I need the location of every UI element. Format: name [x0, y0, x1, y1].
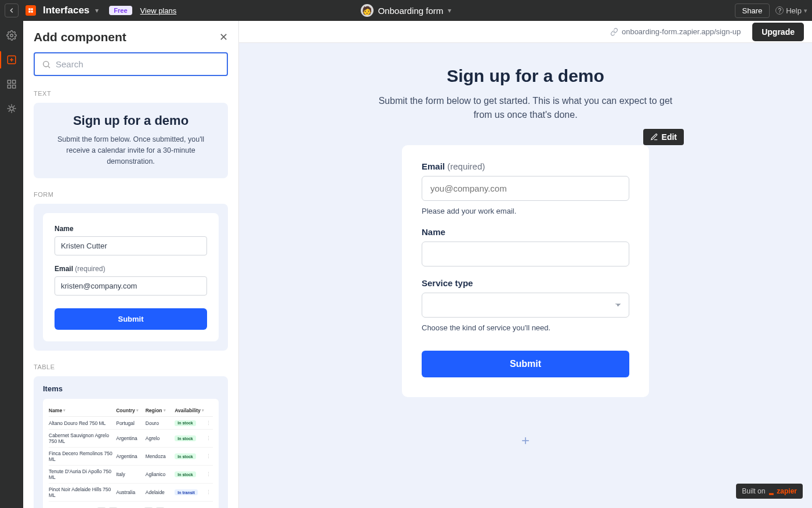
- add-section-button[interactable]: [517, 432, 534, 449]
- name-label: Name: [422, 227, 629, 237]
- name-field[interactable]: [422, 242, 629, 266]
- svg-rect-4: [8, 80, 10, 83]
- form-block[interactable]: Email (required) Please add your work em…: [402, 145, 649, 397]
- help-label: Help: [786, 6, 802, 15]
- email-field[interactable]: [422, 176, 629, 201]
- tiny-table: Name▾ Country▾ Region▾ Availability▾ Alt…: [43, 399, 219, 508]
- table-row: Cabernet Sauvignon Agrelo 750 MLArgentin…: [49, 430, 213, 448]
- rail-debug-icon[interactable]: [5, 102, 18, 115]
- hero-title: Sign up for a demo: [375, 66, 676, 86]
- help-menu[interactable]: ? Help ▾: [775, 6, 807, 15]
- sidebar-title: Add component: [34, 30, 126, 44]
- group-label-form: FORM: [34, 191, 228, 198]
- built-on-badge[interactable]: Built on ▂ zapier: [736, 484, 803, 499]
- component-text[interactable]: Sign up for a demo Submit the form below…: [34, 103, 228, 178]
- arrow-left-icon: [8, 6, 16, 15]
- link-icon: [610, 28, 618, 36]
- table-row: Tenute D'Auria Di Apollo 750 MLItalyAgli…: [49, 466, 213, 484]
- avatar: 🧑: [361, 4, 374, 17]
- svg-point-9: [44, 61, 49, 66]
- page-title[interactable]: Onboarding form: [378, 6, 444, 16]
- rail-settings-icon[interactable]: [5, 29, 18, 42]
- group-label-text: TEXT: [34, 90, 228, 97]
- hero-subtitle: Submit the form below to get started. Th…: [375, 94, 676, 122]
- pencil-icon: [650, 133, 658, 141]
- service-help: Choose the kind of service you'll need.: [422, 323, 629, 332]
- mini-submit-button[interactable]: Submit: [55, 308, 207, 330]
- zapier-logo-icon: [26, 5, 36, 16]
- chevron-down-icon[interactable]: ▾: [95, 6, 99, 15]
- submit-button[interactable]: Submit: [422, 351, 629, 377]
- text-card-heading: Sign up for a demo: [45, 113, 216, 128]
- back-button[interactable]: [5, 3, 19, 17]
- left-rail: [0, 21, 23, 508]
- email-help: Please add your work email.: [422, 207, 629, 215]
- table-row: Pinot Noir Adelaide Hills 750 MLAustrali…: [49, 484, 213, 502]
- chevron-down-icon: ▾: [804, 7, 807, 15]
- hero-block[interactable]: Sign up for a demo Submit the form below…: [375, 66, 676, 122]
- svg-point-0: [10, 34, 13, 37]
- mini-name-input[interactable]: [55, 236, 207, 255]
- close-icon[interactable]: ✕: [219, 31, 228, 44]
- email-label: Email (required): [422, 161, 629, 171]
- table-row: Altano Douro Red 750 MLPortugalDouroIn s…: [49, 417, 213, 430]
- svg-rect-6: [8, 85, 10, 88]
- svg-point-8: [10, 107, 13, 110]
- text-card-body: Submit the form below. Once submitted, y…: [45, 134, 216, 167]
- help-icon: ?: [775, 6, 784, 15]
- table-row: Finca Decero Remolinos 750 MLArgentinaMe…: [49, 448, 213, 466]
- svg-line-10: [48, 66, 50, 68]
- zapier-underscore-icon: ▂: [769, 488, 774, 495]
- rail-add-icon[interactable]: [5, 53, 18, 66]
- service-label: Service type: [422, 278, 629, 288]
- component-sidebar: Add component ✕ TEXT Sign up for a demo …: [23, 21, 239, 508]
- view-plans-link[interactable]: View plans: [140, 6, 177, 15]
- published-url[interactable]: onboarding-form.zapier.app/sign-up: [610, 27, 741, 36]
- share-button[interactable]: Share: [735, 3, 770, 18]
- component-table[interactable]: Items Name▾ Country▾ Region▾ Availabilit…: [34, 376, 228, 508]
- plus-icon: [520, 435, 531, 446]
- search-icon: [42, 60, 51, 69]
- edit-button[interactable]: Edit: [643, 129, 684, 145]
- svg-rect-5: [13, 80, 16, 83]
- chevron-down-icon[interactable]: ▾: [448, 6, 451, 15]
- app-title: Interfaces: [43, 5, 89, 16]
- table-card-title: Items: [43, 384, 219, 393]
- free-badge: Free: [109, 6, 132, 15]
- component-form[interactable]: Name Email (required) Submit: [34, 204, 228, 351]
- svg-rect-7: [13, 85, 16, 88]
- mini-email-input[interactable]: [55, 276, 207, 296]
- search-input-wrap[interactable]: [34, 52, 228, 76]
- rail-grid-icon[interactable]: [5, 78, 18, 91]
- canvas: onboarding-form.zapier.app/sign-up Upgra…: [239, 21, 812, 508]
- mini-email-label: Email (required): [55, 265, 207, 273]
- search-input[interactable]: [56, 59, 220, 69]
- mini-name-label: Name: [55, 225, 207, 233]
- service-select[interactable]: [422, 293, 629, 318]
- upgrade-button[interactable]: Upgrade: [752, 23, 804, 41]
- group-label-table: TABLE: [34, 363, 228, 370]
